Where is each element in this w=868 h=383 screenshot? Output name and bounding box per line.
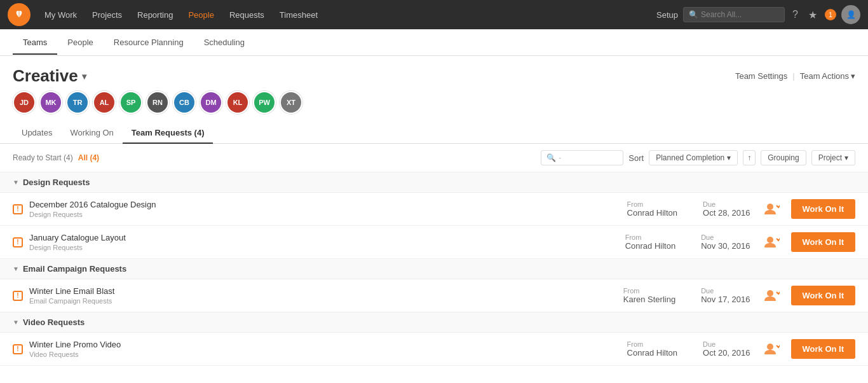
nav-projects[interactable]: Projects xyxy=(86,6,128,24)
team-actions-button[interactable]: Team Actions ▾ xyxy=(800,71,855,81)
avatar[interactable]: PW xyxy=(253,91,276,114)
avatar[interactable]: XT xyxy=(280,91,302,114)
team-name: Creative xyxy=(13,66,78,86)
task-title[interactable]: December 2016 Catalogue Design xyxy=(29,200,627,209)
filter-all[interactable]: All (4) xyxy=(78,153,99,162)
search-placeholder: Search All... xyxy=(701,10,742,19)
due-value: Nov 17, 2016 xyxy=(701,295,750,304)
chevron-down-icon: ▼ xyxy=(13,179,19,186)
chevron-down-icon: ▾ xyxy=(851,71,855,81)
assign-icon[interactable] xyxy=(763,287,781,305)
task-subtitle: Design Requests xyxy=(29,211,627,218)
due-label: Due xyxy=(703,340,750,348)
section-design-requests-label: Design Requests xyxy=(23,178,90,187)
user-avatar[interactable]: 👤 xyxy=(841,5,860,24)
team-avatars: JD MK TR AL SP RN CB DM KL PW XT xyxy=(0,91,868,123)
global-search[interactable]: 🔍 Search All... xyxy=(683,7,785,22)
svg-point-4 xyxy=(767,344,773,350)
nav-people[interactable]: People xyxy=(182,6,220,24)
nav-timesheet[interactable]: Timesheet xyxy=(273,6,324,24)
search-icon: 🔍 xyxy=(689,10,698,19)
avatar[interactable]: TR xyxy=(66,91,89,114)
team-settings-link[interactable]: Team Settings xyxy=(735,71,787,81)
avatar[interactable]: JD xyxy=(13,91,36,114)
chevron-down-icon: ▾ xyxy=(844,153,848,162)
app-logo[interactable] xyxy=(8,3,31,26)
project-filter-label: Project xyxy=(818,153,842,162)
sort-planned-completion-label: Planned Completion xyxy=(656,153,724,162)
avatar[interactable]: AL xyxy=(93,91,116,114)
chevron-down-icon: ▾ xyxy=(727,153,731,162)
filter-bar: Ready to Start (4) All (4) 🔍 - Sort Plan… xyxy=(0,144,868,172)
nav-reporting[interactable]: Reporting xyxy=(131,6,179,24)
svg-point-1 xyxy=(767,204,773,210)
due-label: Due xyxy=(701,233,750,241)
nav-requests[interactable]: Requests xyxy=(223,6,271,24)
task-priority-icon: ! xyxy=(13,291,23,301)
task-title[interactable]: January Catalogue Layout xyxy=(29,233,625,242)
section-design-requests[interactable]: ▼ Design Requests xyxy=(0,172,868,193)
work-on-button[interactable]: Work On It xyxy=(791,199,855,219)
task-subtitle: Email Campaign Requests xyxy=(29,297,623,305)
from-value: Conrad Hilton xyxy=(625,241,676,251)
work-on-button[interactable]: Work On It xyxy=(791,232,855,252)
from-label: From xyxy=(623,287,675,295)
from-value: Karen Sterling xyxy=(623,295,675,304)
tab-resource-planning[interactable]: Resource Planning xyxy=(104,31,194,55)
section-email-campaign-label: Email Campaign Requests xyxy=(23,264,126,274)
favorites-icon[interactable]: ★ xyxy=(806,6,820,24)
task-title[interactable]: Winter Line Email Blast xyxy=(29,286,623,296)
project-filter-button[interactable]: Project ▾ xyxy=(811,150,855,165)
avatar[interactable]: DM xyxy=(200,91,222,114)
avatar[interactable]: MK xyxy=(39,91,62,114)
notification-badge[interactable]: 1 xyxy=(825,9,836,20)
setup-link[interactable]: Setup xyxy=(656,10,678,20)
task-priority-icon: ! xyxy=(13,344,23,354)
task-subtitle: Video Requests xyxy=(29,351,627,358)
section-video-requests-label: Video Requests xyxy=(23,317,85,327)
tab-working-on[interactable]: Working On xyxy=(61,123,122,144)
tab-teams[interactable]: Teams xyxy=(13,31,57,55)
team-title[interactable]: Creative ▾ xyxy=(13,66,86,86)
due-value: Oct 28, 2016 xyxy=(703,208,750,218)
svg-point-3 xyxy=(767,290,773,296)
avatar[interactable]: SP xyxy=(119,91,142,114)
tab-people[interactable]: People xyxy=(57,31,103,55)
sort-direction-button[interactable]: ↑ xyxy=(743,150,756,165)
nav-my-work[interactable]: My Work xyxy=(38,6,83,24)
task-info: Winter Line Promo Video Video Requests xyxy=(29,340,627,358)
help-icon[interactable]: ? xyxy=(790,6,801,23)
grouping-button[interactable]: Grouping xyxy=(761,150,806,165)
tab-scheduling[interactable]: Scheduling xyxy=(194,31,255,55)
filter-ready-to-start[interactable]: Ready to Start (4) xyxy=(13,153,73,162)
task-search[interactable]: 🔍 - xyxy=(541,150,623,165)
table-row: ! January Catalogue Layout Design Reques… xyxy=(0,226,868,259)
assign-icon[interactable] xyxy=(763,233,781,251)
tab-team-requests[interactable]: Team Requests (4) xyxy=(123,123,214,144)
task-due: Due Nov 30, 2016 xyxy=(701,233,750,251)
divider: | xyxy=(792,71,794,81)
work-on-button[interactable]: Work On It xyxy=(791,339,855,359)
section-video-requests[interactable]: ▼ Video Requests xyxy=(0,312,868,333)
work-on-button[interactable]: Work On It xyxy=(791,286,855,305)
task-title[interactable]: Winter Line Promo Video xyxy=(29,340,627,349)
due-value: Oct 20, 2016 xyxy=(703,348,750,358)
assign-icon[interactable] xyxy=(763,340,781,358)
sort-planned-completion-button[interactable]: Planned Completion ▾ xyxy=(649,150,738,165)
section-email-campaign-requests[interactable]: ▼ Email Campaign Requests xyxy=(0,259,868,279)
due-label: Due xyxy=(703,200,750,208)
avatar[interactable]: RN xyxy=(146,91,169,114)
due-label: Due xyxy=(701,287,750,295)
task-info: January Catalogue Layout Design Requests xyxy=(29,233,625,251)
search-icon: 🔍 xyxy=(546,153,556,162)
chevron-down-icon: ▼ xyxy=(13,319,19,326)
task-priority-icon: ! xyxy=(13,204,23,214)
from-value: Conrad Hilton xyxy=(627,348,678,358)
tab-updates[interactable]: Updates xyxy=(13,123,61,144)
from-label: From xyxy=(627,340,678,348)
avatar[interactable]: CB xyxy=(173,91,196,114)
table-row: ! Winter Line Email Blast Email Campaign… xyxy=(0,279,868,312)
assign-icon[interactable] xyxy=(763,200,781,218)
avatar[interactable]: KL xyxy=(226,91,249,114)
svg-point-2 xyxy=(767,237,773,243)
